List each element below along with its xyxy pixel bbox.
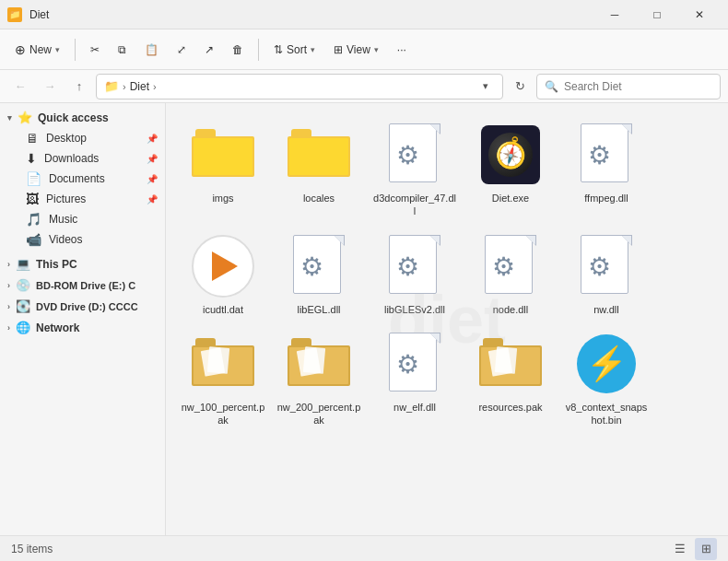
forward-button[interactable]: → [37, 74, 63, 99]
up-button[interactable]: ↑ [66, 74, 92, 99]
main-layout: ▾ ⭐ Quick access 🖥 Desktop 📌 ⬇ Downloads… [0, 103, 728, 535]
nw-icon-v8context: ⚡ [573, 331, 640, 397]
new-button[interactable]: ⊕ New ▾ [7, 35, 67, 64]
file-item-icudtl[interactable]: icudtl.dat [177, 226, 269, 320]
dll-icon-nw: ⚙ [573, 233, 640, 299]
window-controls: ─ □ ✕ [593, 0, 721, 29]
file-item-nwelf[interactable]: ⚙ nw_elf.dll [369, 323, 461, 431]
title-bar: 📁 Diet ─ □ ✕ [0, 0, 728, 29]
dll-icon-libegl: ⚙ [286, 233, 352, 299]
file-item-imgs[interactable]: imgs [177, 114, 269, 222]
sidebar-item-videos[interactable]: 📹 Videos [0, 229, 165, 250]
music-icon: 🎵 [26, 212, 41, 227]
cut-button[interactable]: ✂ [83, 35, 107, 64]
view-icon: ⊞ [334, 43, 343, 56]
share-button[interactable]: ↗ [197, 35, 221, 64]
dll-icon-ffmpeg: ⚙ [573, 122, 640, 188]
refresh-button[interactable]: ↻ [507, 74, 533, 99]
bdrom-header[interactable]: › 💿 BD-ROM Drive (E:) C [0, 275, 165, 296]
dvd-label: DVD Drive (D:) CCCC [36, 301, 138, 312]
breadcrumb[interactable]: 📁 › Diet › ▾ [96, 74, 503, 99]
toolbar: ⊕ New ▾ ✂ ⧉ 📋 ⤢ ↗ 🗑 ⇅ Sort ▾ ⊞ View ▾ ··… [0, 29, 728, 70]
delete-button[interactable]: 🗑 [225, 35, 251, 64]
move-button[interactable]: ⤢ [170, 35, 194, 64]
quick-access-chevron: ▾ [7, 113, 12, 123]
network-label: Network [36, 321, 79, 334]
this-pc-icon: 💻 [16, 257, 30, 271]
sidebar-item-documents[interactable]: 📄 Documents 📌 [0, 169, 165, 189]
quick-access-section: ▾ ⭐ Quick access 🖥 Desktop 📌 ⬇ Downloads… [0, 107, 165, 250]
file-item-resources[interactable]: resources.pak [464, 323, 557, 431]
search-box[interactable]: 🔍 [536, 74, 721, 99]
file-label-v8context: v8_context_snapshot.bin [564, 401, 649, 427]
minimize-button[interactable]: ─ [593, 0, 636, 29]
list-view-button[interactable]: ☰ [669, 538, 691, 560]
file-label-node: node.dll [493, 303, 529, 316]
view-toggle: ☰ ⊞ [669, 538, 717, 560]
more-icon: ··· [397, 43, 406, 56]
file-label-d3dcompiler: d3dcompiler_47.dll [372, 192, 457, 218]
file-item-ffmpeg[interactable]: ⚙ ffmpeg.dll [560, 114, 652, 222]
delete-icon: 🗑 [232, 43, 243, 56]
documents-label: Documents [49, 172, 139, 185]
videos-label: Videos [49, 233, 158, 246]
search-input[interactable] [564, 80, 712, 93]
file-item-nw100[interactable]: nw_100_percent.pak [177, 323, 269, 431]
file-item-v8context[interactable]: ⚡ v8_context_snapshot.bin [560, 323, 652, 431]
grid-view-button[interactable]: ⊞ [695, 538, 717, 560]
bdrom-chevron: › [7, 281, 10, 290]
sidebar-item-desktop[interactable]: 🖥 Desktop 📌 [0, 128, 165, 148]
window-title: Diet [29, 8, 593, 21]
dvd-header[interactable]: › 💽 DVD Drive (D:) CCCC [0, 296, 165, 317]
view-button[interactable]: ⊞ View ▾ [326, 35, 386, 64]
back-button[interactable]: ← [7, 74, 33, 99]
new-chevron: ▾ [55, 45, 60, 54]
sidebar-item-music[interactable]: 🎵 Music [0, 209, 165, 229]
pictures-label: Pictures [46, 193, 139, 205]
dvd-icon: 💽 [16, 299, 30, 313]
sidebar: ▾ ⭐ Quick access 🖥 Desktop 📌 ⬇ Downloads… [0, 103, 166, 535]
file-item-locales[interactable]: locales [273, 114, 365, 222]
file-item-libglesv2[interactable]: ⚙ libGLESv2.dll [369, 226, 461, 320]
file-item-node[interactable]: ⚙ node.dll [464, 226, 557, 320]
desktop-icon: 🖥 [26, 131, 39, 146]
more-button[interactable]: ··· [390, 35, 414, 64]
network-header[interactable]: › 🌐 Network [0, 317, 165, 338]
close-button[interactable]: ✕ [678, 0, 721, 29]
exe-icon-diet: 🧭 [477, 122, 544, 188]
breadcrumb-folder-icon: 📁 [104, 79, 119, 93]
separator-2 [258, 39, 259, 61]
file-item-nw200[interactable]: nw_200_percent.pak [273, 323, 365, 431]
pictures-icon: 🖼 [26, 192, 39, 206]
sort-button[interactable]: ⇅ Sort ▾ [266, 35, 323, 64]
paste-button[interactable]: 📋 [137, 35, 166, 64]
documents-icon: 📄 [26, 171, 41, 186]
copy-button[interactable]: ⧉ [111, 35, 134, 64]
new-icon: ⊕ [15, 42, 26, 57]
move-icon: ⤢ [177, 43, 186, 56]
quick-access-header[interactable]: ▾ ⭐ Quick access [0, 107, 165, 128]
pak-icon-resources [477, 331, 544, 397]
copy-icon: ⧉ [118, 43, 126, 56]
breadcrumb-chevron[interactable]: ▾ [476, 77, 495, 96]
downloads-label: Downloads [44, 152, 139, 165]
sidebar-item-pictures[interactable]: 🖼 Pictures 📌 [0, 189, 165, 209]
file-item-libegl[interactable]: ⚙ libEGL.dll [273, 226, 365, 320]
this-pc-header[interactable]: › 💻 This PC [0, 253, 165, 275]
sort-chevron: ▾ [311, 45, 315, 54]
maximize-button[interactable]: □ [636, 0, 678, 29]
file-item-nw[interactable]: ⚙ nw.dll [560, 226, 652, 320]
file-label-resources: resources.pak [478, 401, 542, 414]
app-icon: 📁 [7, 7, 22, 22]
file-label-nw: nw.dll [593, 303, 619, 316]
pak-icon-nw100 [190, 331, 256, 397]
file-item-dietexe[interactable]: 🧭 Diet.exe [464, 114, 557, 222]
sidebar-item-downloads[interactable]: ⬇ Downloads 📌 [0, 148, 165, 169]
file-item-d3dcompiler[interactable]: ⚙ d3dcompiler_47.dll [369, 114, 461, 222]
file-label-imgs: imgs [212, 192, 233, 205]
quick-access-star: ⭐ [18, 111, 32, 124]
this-pc-chevron: › [7, 260, 10, 269]
file-label-locales: locales [303, 192, 335, 205]
dll-icon-nwelf: ⚙ [382, 331, 448, 397]
desktop-label: Desktop [46, 132, 139, 145]
